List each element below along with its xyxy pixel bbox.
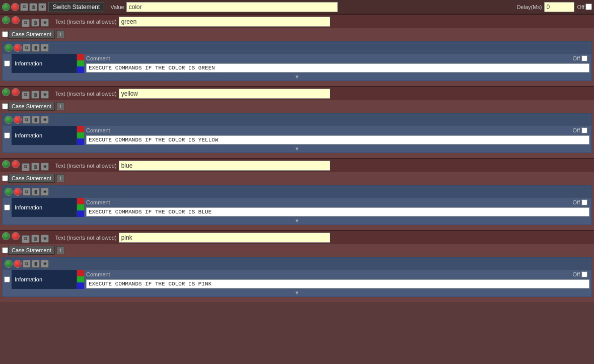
copy-icon-blue[interactable]: ⧉ [22,163,30,171]
add-btn-pink[interactable]: + [56,246,64,254]
case-checkbox-blue[interactable] [2,175,8,181]
inner-power-pink[interactable] [5,260,13,268]
power-icon-blue[interactable] [2,160,10,168]
inner-copy-green[interactable]: ⧉ [23,44,31,52]
case-icon-group-blue: ⧉ 🗑 👁 [2,160,49,171]
delay-input[interactable] [544,2,574,12]
close-icon-blue[interactable] [12,160,20,168]
off-label: Off [577,4,584,10]
case-block-pink: ⧉ 🗑 👁 Text (Inserts not allowed) Case St… [0,230,594,302]
close-icon-green[interactable] [12,16,20,24]
off-cb-pink[interactable] [581,271,587,277]
inner-delete-green[interactable]: 🗑 [32,44,40,52]
inner-copy-blue[interactable]: ⧉ [23,188,31,196]
case-icon-group-pink: ⧉ 🗑 👁 [2,232,49,243]
delete-icon-yellow[interactable]: 🗑 [31,91,39,99]
power-icon-yellow[interactable] [2,88,10,96]
inner-delete-blue[interactable]: 🗑 [32,188,40,196]
eye-icon-green[interactable]: 👁 [41,19,49,27]
power-icon-green[interactable] [2,16,10,24]
case-block-green: ⧉ 🗑 👁 Text (Inserts not allowed) Case St… [0,14,594,86]
case-statement-btn-green[interactable]: Case Statement [8,30,55,39]
case-text-input-yellow[interactable] [119,89,330,99]
inner-eye-yellow[interactable]: 👁 [41,116,49,124]
off-cb-blue[interactable] [581,199,587,205]
eye-icon[interactable]: 👁 [38,3,46,11]
inner-power-green[interactable] [5,44,13,52]
close-icon-yellow[interactable] [12,88,20,96]
copy-icon-yellow[interactable]: ⧉ [22,91,30,99]
inner-eye-blue[interactable]: 👁 [41,188,49,196]
close-icon-pink[interactable] [12,232,20,240]
color-bar-yellow [77,126,84,145]
power-icon-pink[interactable] [2,232,10,240]
inner-toolbar-yellow: ⧉ 🗑 👁 [3,114,591,126]
color-green-pink [77,276,84,283]
eye-icon-pink[interactable]: 👁 [41,235,49,243]
inner-close-green[interactable] [14,44,22,52]
inner-delete-pink[interactable]: 🗑 [32,260,40,268]
info-checkbox-yellow[interactable] [4,132,10,138]
expand-arrow-blue[interactable]: ▼ [3,217,591,225]
case-statement-btn-pink[interactable]: Case Statement [8,246,55,255]
add-btn-yellow[interactable]: + [56,102,64,110]
comment-input-yellow[interactable] [86,135,589,144]
info-label-yellow: Information [12,126,77,145]
inner-toolbar-blue: ⧉ 🗑 👁 [3,186,591,198]
case-checkbox-green[interactable] [2,31,8,37]
off-cb-green[interactable] [581,55,587,61]
delete-icon-blue[interactable]: 🗑 [31,163,39,171]
case-checkbox-pink[interactable] [2,247,8,253]
off-checkbox[interactable] [585,4,592,10]
comment-label-yellow: Comment [86,127,110,133]
copy-icon[interactable]: ⧉ [20,3,28,11]
info-checkbox-blue[interactable] [4,204,10,210]
off-right-blue: Off [573,199,589,205]
delete-icon-green[interactable]: 🗑 [31,19,39,27]
inner-close-yellow[interactable] [14,116,22,124]
inner-close-blue[interactable] [14,188,22,196]
switch-icon-group: ⧉ 🗑 👁 [2,3,46,11]
off-text-pink: Off [573,271,580,277]
off-cb-yellow[interactable] [581,127,587,133]
copy-icon-green[interactable]: ⧉ [22,19,30,27]
delete-icon[interactable]: 🗑 [29,3,37,11]
case-text-input-blue[interactable] [119,161,330,171]
add-btn-green[interactable]: + [56,30,64,38]
inner-eye-pink[interactable]: 👁 [41,260,49,268]
inner-power-blue[interactable] [5,188,13,196]
inner-power-yellow[interactable] [5,116,13,124]
info-checkbox-pink[interactable] [4,276,10,282]
close-icon[interactable] [11,3,19,11]
case-icon-group-yellow: ⧉ 🗑 👁 [2,88,49,99]
case-text-input-green[interactable] [119,17,330,27]
color-red-blue [77,198,84,204]
copy-icon-pink[interactable]: ⧉ [22,235,30,243]
info-checkbox-green[interactable] [4,60,10,66]
inner-copy-yellow[interactable]: ⧉ [23,116,31,124]
case-text-input-pink[interactable] [119,233,330,243]
comment-input-blue[interactable] [86,207,589,216]
case-statement-btn-blue[interactable]: Case Statement [8,174,55,183]
expand-arrow-pink[interactable]: ▼ [3,289,591,297]
comment-input-green[interactable] [86,63,589,72]
inner-content-yellow: ⧉ 🗑 👁 Information Comment [2,113,592,153]
add-btn-blue[interactable]: + [56,174,64,182]
comment-input-pink[interactable] [86,279,589,288]
case-statement-btn-yellow[interactable]: Case Statement [8,102,55,111]
eye-icon-blue[interactable]: 👁 [41,163,49,171]
comment-label-pink: Comment [86,271,110,277]
case-block-yellow: ⧉ 🗑 👁 Text (Inserts not allowed) Case St… [0,86,594,158]
expand-arrow-yellow[interactable]: ▼ [3,145,591,153]
case-checkbox-yellow[interactable] [2,103,8,109]
inner-delete-yellow[interactable]: 🗑 [32,116,40,124]
eye-icon-yellow[interactable]: 👁 [41,91,49,99]
delete-icon-pink[interactable]: 🗑 [31,235,39,243]
inner-copy-pink[interactable]: ⧉ [23,260,31,268]
expand-arrow-green[interactable]: ▼ [3,73,591,81]
case-header-yellow: ⧉ 🗑 👁 Text (Inserts not allowed) [0,87,594,100]
value-input[interactable] [126,2,338,12]
inner-eye-green[interactable]: 👁 [41,44,49,52]
inner-close-pink[interactable] [14,260,22,268]
power-icon[interactable] [2,3,10,11]
